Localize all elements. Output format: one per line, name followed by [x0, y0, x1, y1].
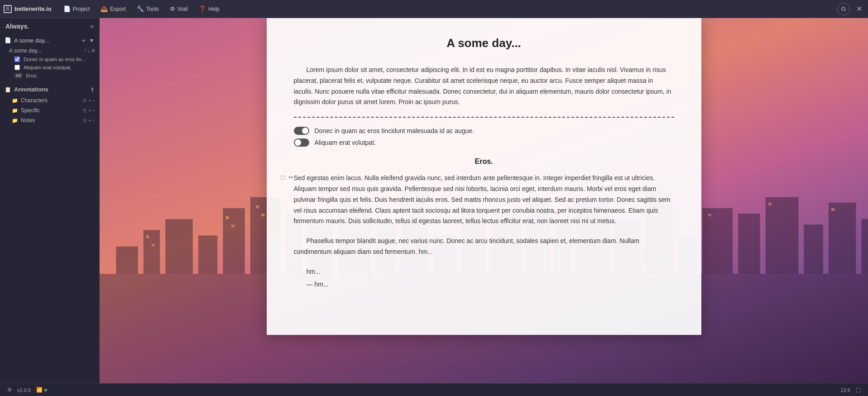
sidebar-annotations-section: 📋 Annotations ⬆ 📁 Characters ⎘ + › 📁	[0, 83, 99, 125]
sidebar-item-label-1: Aliquam erat volutpat.	[24, 65, 72, 70]
sidebar-item-label-2: Eros.	[26, 73, 38, 78]
h3-badge: H3	[14, 73, 23, 78]
help-icon: ❓	[199, 5, 206, 12]
document-title: A some day...	[294, 36, 674, 50]
notes-copy-button[interactable]: ⎘	[83, 118, 86, 123]
nav-void-label: Void	[177, 6, 188, 12]
characters-copy-button[interactable]: ⎘	[83, 98, 86, 103]
todo-item-1[interactable]: Donec in quam ac eros tincidunt malesuad…	[294, 127, 674, 135]
sidebar-checkbox-0[interactable]	[14, 57, 20, 62]
notes-expand-button[interactable]: ›	[93, 118, 95, 123]
export-icon: 📤	[101, 5, 108, 12]
sidebar-header: Always. «	[0, 18, 99, 34]
status-version: v1.0.0	[17, 387, 31, 393]
notes-add-button[interactable]: +	[88, 118, 91, 123]
sidebar: Always. « 📄 A some day... + ▾ A some day…	[0, 18, 100, 383]
specific-label: Specific	[21, 107, 81, 114]
paragraph-2-actions: □ ✏	[280, 173, 295, 182]
main-area: Always. « 📄 A some day... + ▾ A some day…	[0, 18, 868, 383]
project-icon: 📄	[63, 5, 71, 12]
paragraph-1[interactable]: Lorem ipsum dolor sit amet, consectetur …	[294, 65, 674, 108]
void-icon: ⚙	[170, 5, 175, 12]
toggle-2[interactable]	[294, 138, 309, 147]
line-4[interactable]: hm...	[294, 267, 674, 277]
status-logo-icon: ⚙	[7, 387, 12, 393]
dashed-divider	[294, 117, 674, 118]
connection-dot	[44, 389, 47, 391]
characters-expand-button[interactable]: ›	[93, 98, 95, 103]
specific-copy-button[interactable]: ⎘	[83, 108, 86, 113]
wifi-icon: 📶	[36, 387, 43, 393]
titlebar-actions: G ✕	[837, 3, 864, 15]
close-button[interactable]: ✕	[854, 4, 864, 14]
specific-add-button[interactable]: +	[88, 108, 91, 113]
nav-project-label: Project	[73, 6, 90, 12]
chapter-name: A some day...	[9, 48, 82, 54]
todo-label-2: Aliquam erat volutpat.	[315, 139, 376, 146]
section-heading-eros: Eros.	[294, 157, 674, 166]
titlebar: B betterwrite.io 📄 Project 📤 Export 🔧 To…	[0, 0, 868, 18]
paragraph-block-2: □ ✏ Sed egestas enim lacus. Nulla eleife…	[294, 173, 674, 227]
app-logo[interactable]: B betterwrite.io	[4, 5, 52, 13]
notes-actions: ⎘ + ›	[83, 118, 95, 123]
specific-expand-button[interactable]: ›	[93, 108, 95, 113]
chapter-down-button[interactable]: ↓	[87, 48, 90, 54]
chapter-actions: ↑ ↓ ✕	[84, 48, 96, 54]
project-add-button[interactable]: +	[81, 36, 87, 44]
nav-export[interactable]: 📤 Export	[96, 4, 130, 14]
sidebar-item-label-0: Donec in quam ac eros tin...	[24, 57, 86, 62]
todo-label-1: Donec in quam ac eros tincidunt malesuad…	[315, 127, 475, 134]
paragraph-3[interactable]: Phasellus tempor blandit augue, nec vari…	[294, 236, 674, 258]
nav-help-label: Help	[208, 6, 220, 12]
notes-folder-icon: 📁	[12, 118, 18, 124]
annotations-header[interactable]: 📋 Annotations ⬆	[0, 83, 99, 95]
google-button[interactable]: G	[837, 3, 850, 15]
chapter-row[interactable]: A some day... ↑ ↓ ✕	[0, 46, 99, 55]
characters-folder-icon: 📁	[12, 98, 18, 104]
sidebar-item-characters[interactable]: 📁 Characters ⎘ + ›	[0, 95, 99, 105]
nav-tools-label: Tools	[146, 6, 159, 12]
nav-tools[interactable]: 🔧 Tools	[132, 4, 163, 14]
line-5[interactable]: — hm...	[294, 279, 674, 290]
para-edit-button[interactable]: ✏	[288, 173, 295, 182]
sidebar-title: Always.	[5, 23, 29, 30]
status-coords: 12:6	[841, 387, 850, 393]
sidebar-item-0[interactable]: Donec in quam ac eros tin...	[0, 55, 99, 63]
nav-project[interactable]: 📄 Project	[59, 4, 94, 14]
chapter-up-button[interactable]: ↑	[84, 48, 86, 54]
nav-help[interactable]: ❓ Help	[194, 4, 224, 14]
characters-add-button[interactable]: +	[88, 98, 91, 103]
project-expand-button[interactable]: ▾	[89, 36, 95, 44]
todo-item-2[interactable]: Aliquam erat volutpat.	[294, 138, 674, 147]
sidebar-project-row[interactable]: 📄 A some day... + ▾	[0, 34, 99, 46]
annotations-actions: ⬆	[90, 86, 95, 93]
annotations-icon: 📋	[5, 86, 11, 93]
status-expand-icon[interactable]: ⛶	[856, 387, 861, 393]
project-name: A some day...	[14, 37, 78, 44]
toggle-1[interactable]	[294, 127, 309, 135]
toggle-knob-1	[302, 128, 308, 134]
sidebar-collapse-button[interactable]: «	[90, 23, 94, 30]
chapter-delete-button[interactable]: ✕	[91, 48, 96, 54]
characters-label: Characters	[21, 97, 81, 104]
nav-export-label: Export	[110, 6, 126, 12]
sidebar-item-1[interactable]: Aliquam erat volutpat.	[0, 63, 99, 72]
app-name: betterwrite.io	[14, 5, 52, 12]
para-comment-button[interactable]: □	[280, 173, 286, 182]
nav-void[interactable]: ⚙ Void	[165, 4, 192, 14]
tools-icon: 🔧	[137, 5, 144, 12]
project-file-icon: 📄	[5, 37, 11, 43]
editor-document: A some day... Lorem ipsum dolor sit amet…	[267, 18, 701, 335]
paragraph-2[interactable]: Sed egestas enim lacus. Nulla eleifend g…	[294, 173, 674, 227]
annotations-upload-button[interactable]: ⬆	[90, 86, 95, 93]
specific-actions: ⎘ + ›	[83, 108, 95, 113]
statusbar: ⚙ v1.0.0 📶 12:6 ⛶	[0, 383, 868, 396]
editor-panel[interactable]: A some day... Lorem ipsum dolor sit amet…	[100, 18, 868, 383]
sidebar-item-2[interactable]: H3 Eros.	[0, 72, 99, 80]
characters-actions: ⎘ + ›	[83, 98, 95, 103]
annotations-label: Annotations	[14, 86, 87, 93]
sidebar-checkbox-1[interactable]	[14, 65, 20, 70]
sidebar-item-notes[interactable]: 📁 Notes ⎘ + ›	[0, 115, 99, 125]
status-wifi-icon: 📶	[36, 387, 47, 393]
sidebar-item-specific[interactable]: 📁 Specific ⎘ + ›	[0, 105, 99, 115]
